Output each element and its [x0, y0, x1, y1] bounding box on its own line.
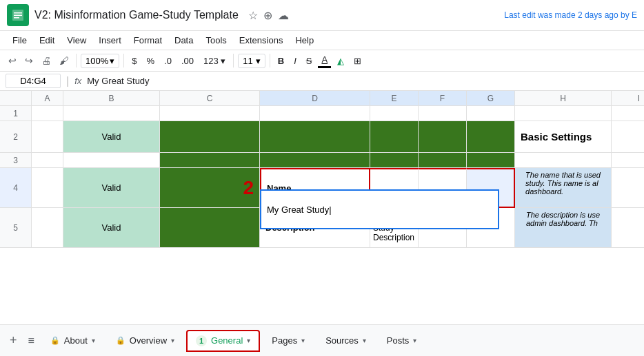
- zoom-selector[interactable]: 100% ▾: [81, 54, 119, 68]
- cell-c4[interactable]: 2: [160, 168, 260, 208]
- strikethrough-button[interactable]: S: [303, 54, 316, 67]
- col-header-i[interactable]: I: [612, 91, 644, 105]
- cell-f3[interactable]: [419, 153, 467, 168]
- cell-h5[interactable]: The description is useadmin dashboard. T…: [515, 208, 612, 248]
- formula-input[interactable]: [87, 76, 638, 86]
- row-number-4: 4: [0, 168, 32, 208]
- cell-g2[interactable]: [467, 121, 515, 153]
- cell-h3[interactable]: [515, 153, 612, 168]
- col-header-d[interactable]: D: [260, 91, 370, 105]
- fill-color-button[interactable]: ◭: [334, 54, 348, 67]
- cell-a5[interactable]: [32, 208, 63, 248]
- col-header-e[interactable]: E: [370, 91, 419, 105]
- decimal-less-button[interactable]: .0: [161, 54, 175, 67]
- italic-button[interactable]: I: [290, 54, 300, 67]
- cell-d3[interactable]: [260, 153, 370, 168]
- table-row: 2 Valid Basic Settings: [0, 121, 644, 153]
- cell-a3[interactable]: [32, 153, 63, 168]
- star-icon[interactable]: ☆: [248, 9, 258, 22]
- cell-e3[interactable]: [370, 153, 419, 168]
- borders-button[interactable]: ⊞: [350, 54, 365, 67]
- bold-button[interactable]: B: [274, 54, 288, 67]
- menu-tools[interactable]: Tools: [200, 32, 232, 48]
- menu-data[interactable]: Data: [169, 32, 199, 48]
- lock-icon-overview: 🔒: [116, 336, 125, 345]
- print-button[interactable]: 🖨: [39, 54, 54, 67]
- menu-extensions[interactable]: Extensions: [234, 32, 289, 48]
- number-format-button[interactable]: 123 ▾: [200, 54, 229, 67]
- cell-a1[interactable]: [32, 106, 63, 121]
- menu-view[interactable]: View: [61, 32, 92, 48]
- tab-about[interactable]: 🔒 About ▾: [41, 331, 104, 350]
- menu-file[interactable]: File: [7, 32, 32, 48]
- title-action-icons: ☆ ⊕ ☁: [248, 9, 289, 22]
- toolbar: ↩ ↪ 🖨 🖌 100% ▾ $ % .0 .00 123 ▾ 11 ▾ B I…: [0, 50, 644, 72]
- cell-e2[interactable]: [370, 121, 419, 153]
- cell-i4[interactable]: [612, 168, 644, 208]
- cell-i2[interactable]: [612, 121, 644, 153]
- add-sheet-button[interactable]: +: [6, 331, 21, 350]
- cell-i5[interactable]: [612, 208, 644, 248]
- cell-g3[interactable]: [467, 153, 515, 168]
- tab-sources-label: Sources: [325, 335, 359, 346]
- cell-b3[interactable]: [63, 153, 160, 168]
- cell-f1[interactable]: [419, 106, 467, 121]
- cell-e1[interactable]: [370, 106, 419, 121]
- cell-i3[interactable]: [612, 153, 644, 168]
- cloud-move-icon[interactable]: ⊕: [263, 9, 272, 22]
- menu-help[interactable]: Help: [290, 32, 319, 48]
- format-painter-button[interactable]: 🖌: [57, 54, 72, 67]
- cell-a4[interactable]: [32, 168, 63, 208]
- currency-button[interactable]: $: [128, 54, 140, 67]
- col-header-h[interactable]: H: [515, 91, 612, 105]
- menu-insert[interactable]: Insert: [93, 32, 127, 48]
- tab-general[interactable]: 1 General ▾: [186, 330, 260, 352]
- cell-reference[interactable]: D4:G4: [6, 74, 61, 88]
- formula-bar-divider: |: [66, 75, 69, 87]
- cell-c1[interactable]: [160, 106, 260, 121]
- col-header-f[interactable]: F: [419, 91, 467, 105]
- font-size-selector[interactable]: 11 ▾: [238, 54, 265, 68]
- col-header-b[interactable]: B: [63, 91, 160, 105]
- font-color-button[interactable]: A: [318, 53, 331, 68]
- menu-format[interactable]: Format: [128, 32, 168, 48]
- tab-posts[interactable]: Posts ▾: [378, 331, 426, 350]
- cloud-sync-icon[interactable]: ☁: [278, 9, 289, 22]
- cell-h2[interactable]: Basic Settings: [515, 121, 612, 153]
- col-header-g[interactable]: G: [467, 91, 515, 105]
- cell-b5[interactable]: Valid: [63, 208, 160, 248]
- percent-button[interactable]: %: [143, 54, 158, 67]
- cell-c2[interactable]: [160, 121, 260, 153]
- chevron-sources: ▾: [363, 337, 366, 344]
- redo-button[interactable]: ↪: [22, 54, 36, 67]
- cell-b1[interactable]: [63, 106, 160, 121]
- tab-sources[interactable]: Sources ▾: [316, 331, 375, 350]
- cell-c3[interactable]: [160, 153, 260, 168]
- tab-overview[interactable]: 🔒 Overview ▾: [107, 331, 183, 350]
- col-header-a[interactable]: A: [32, 91, 63, 105]
- cell-h4[interactable]: The name that is usedstudy. This name is…: [515, 168, 612, 208]
- menu-edit[interactable]: Edit: [34, 32, 60, 48]
- table-row: 1: [0, 106, 644, 121]
- merged-input-cell[interactable]: My Great Study|: [260, 189, 499, 229]
- cell-b4[interactable]: Valid: [63, 168, 160, 208]
- cell-b2[interactable]: Valid: [63, 121, 160, 153]
- decimal-more-button[interactable]: .00: [178, 54, 197, 67]
- cell-g1[interactable]: [467, 106, 515, 121]
- cell-a2[interactable]: [32, 121, 63, 153]
- cell-i1[interactable]: [612, 106, 644, 121]
- cell-d1[interactable]: [260, 106, 370, 121]
- zoom-chevron: ▾: [110, 56, 114, 66]
- col-header-c[interactable]: C: [160, 91, 260, 105]
- general-badge: 1: [196, 335, 207, 346]
- cell-f2[interactable]: [419, 121, 467, 153]
- cell-c5[interactable]: [160, 208, 260, 248]
- undo-button[interactable]: ↩: [6, 54, 19, 67]
- tab-pages[interactable]: Pages ▾: [263, 331, 314, 350]
- sheet-menu-button[interactable]: ≡: [24, 332, 39, 350]
- cell-d2[interactable]: [260, 121, 370, 153]
- tab-about-label: About: [64, 335, 88, 346]
- divider-4: [270, 54, 270, 67]
- cell-h1[interactable]: [515, 106, 612, 121]
- svg-rect-3: [14, 17, 19, 19]
